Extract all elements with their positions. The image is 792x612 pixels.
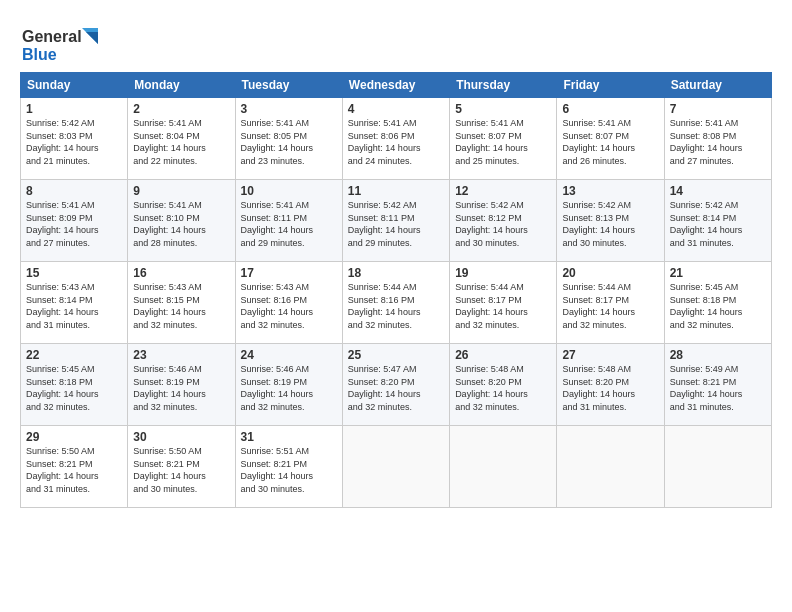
day-info: Sunrise: 5:41 AM Sunset: 8:07 PM Dayligh… xyxy=(562,117,658,167)
day-number: 12 xyxy=(455,184,551,198)
calendar-cell: 13Sunrise: 5:42 AM Sunset: 8:13 PM Dayli… xyxy=(557,180,664,262)
day-number: 4 xyxy=(348,102,444,116)
day-number: 31 xyxy=(241,430,337,444)
calendar-cell: 29Sunrise: 5:50 AM Sunset: 8:21 PM Dayli… xyxy=(21,426,128,508)
day-info: Sunrise: 5:45 AM Sunset: 8:18 PM Dayligh… xyxy=(670,281,766,331)
day-info: Sunrise: 5:42 AM Sunset: 8:03 PM Dayligh… xyxy=(26,117,122,167)
day-number: 17 xyxy=(241,266,337,280)
day-number: 5 xyxy=(455,102,551,116)
day-number: 2 xyxy=(133,102,229,116)
calendar-week-1: 1Sunrise: 5:42 AM Sunset: 8:03 PM Daylig… xyxy=(21,98,772,180)
day-number: 15 xyxy=(26,266,122,280)
page: General Blue SundayMondayTuesdayWednesda… xyxy=(0,0,792,518)
weekday-header-friday: Friday xyxy=(557,73,664,98)
day-info: Sunrise: 5:41 AM Sunset: 8:11 PM Dayligh… xyxy=(241,199,337,249)
day-info: Sunrise: 5:43 AM Sunset: 8:14 PM Dayligh… xyxy=(26,281,122,331)
weekday-header-saturday: Saturday xyxy=(664,73,771,98)
calendar-table: SundayMondayTuesdayWednesdayThursdayFrid… xyxy=(20,72,772,508)
calendar-cell: 23Sunrise: 5:46 AM Sunset: 8:19 PM Dayli… xyxy=(128,344,235,426)
day-number: 10 xyxy=(241,184,337,198)
calendar-week-5: 29Sunrise: 5:50 AM Sunset: 8:21 PM Dayli… xyxy=(21,426,772,508)
calendar-cell: 21Sunrise: 5:45 AM Sunset: 8:18 PM Dayli… xyxy=(664,262,771,344)
day-number: 27 xyxy=(562,348,658,362)
day-number: 30 xyxy=(133,430,229,444)
day-info: Sunrise: 5:46 AM Sunset: 8:19 PM Dayligh… xyxy=(241,363,337,413)
calendar-cell: 31Sunrise: 5:51 AM Sunset: 8:21 PM Dayli… xyxy=(235,426,342,508)
day-info: Sunrise: 5:41 AM Sunset: 8:06 PM Dayligh… xyxy=(348,117,444,167)
calendar-cell: 11Sunrise: 5:42 AM Sunset: 8:11 PM Dayli… xyxy=(342,180,449,262)
calendar-cell: 2Sunrise: 5:41 AM Sunset: 8:04 PM Daylig… xyxy=(128,98,235,180)
weekday-header-thursday: Thursday xyxy=(450,73,557,98)
day-number: 11 xyxy=(348,184,444,198)
day-info: Sunrise: 5:42 AM Sunset: 8:13 PM Dayligh… xyxy=(562,199,658,249)
day-info: Sunrise: 5:41 AM Sunset: 8:09 PM Dayligh… xyxy=(26,199,122,249)
calendar-cell: 20Sunrise: 5:44 AM Sunset: 8:17 PM Dayli… xyxy=(557,262,664,344)
calendar-cell: 19Sunrise: 5:44 AM Sunset: 8:17 PM Dayli… xyxy=(450,262,557,344)
calendar-cell: 17Sunrise: 5:43 AM Sunset: 8:16 PM Dayli… xyxy=(235,262,342,344)
day-info: Sunrise: 5:42 AM Sunset: 8:11 PM Dayligh… xyxy=(348,199,444,249)
calendar-cell: 6Sunrise: 5:41 AM Sunset: 8:07 PM Daylig… xyxy=(557,98,664,180)
header: General Blue xyxy=(20,18,772,66)
day-info: Sunrise: 5:51 AM Sunset: 8:21 PM Dayligh… xyxy=(241,445,337,495)
day-info: Sunrise: 5:41 AM Sunset: 8:10 PM Dayligh… xyxy=(133,199,229,249)
calendar-cell: 4Sunrise: 5:41 AM Sunset: 8:06 PM Daylig… xyxy=(342,98,449,180)
calendar-cell: 26Sunrise: 5:48 AM Sunset: 8:20 PM Dayli… xyxy=(450,344,557,426)
calendar-cell: 16Sunrise: 5:43 AM Sunset: 8:15 PM Dayli… xyxy=(128,262,235,344)
day-number: 26 xyxy=(455,348,551,362)
calendar-cell: 8Sunrise: 5:41 AM Sunset: 8:09 PM Daylig… xyxy=(21,180,128,262)
calendar-cell xyxy=(342,426,449,508)
calendar-cell: 28Sunrise: 5:49 AM Sunset: 8:21 PM Dayli… xyxy=(664,344,771,426)
day-info: Sunrise: 5:48 AM Sunset: 8:20 PM Dayligh… xyxy=(455,363,551,413)
day-number: 18 xyxy=(348,266,444,280)
day-number: 7 xyxy=(670,102,766,116)
calendar-cell xyxy=(664,426,771,508)
day-number: 22 xyxy=(26,348,122,362)
day-number: 13 xyxy=(562,184,658,198)
calendar-cell: 9Sunrise: 5:41 AM Sunset: 8:10 PM Daylig… xyxy=(128,180,235,262)
day-info: Sunrise: 5:44 AM Sunset: 8:16 PM Dayligh… xyxy=(348,281,444,331)
day-number: 24 xyxy=(241,348,337,362)
day-number: 9 xyxy=(133,184,229,198)
logo-svg: General Blue xyxy=(20,22,110,66)
day-number: 25 xyxy=(348,348,444,362)
day-info: Sunrise: 5:41 AM Sunset: 8:05 PM Dayligh… xyxy=(241,117,337,167)
calendar-cell: 25Sunrise: 5:47 AM Sunset: 8:20 PM Dayli… xyxy=(342,344,449,426)
svg-marker-3 xyxy=(86,32,98,44)
calendar-week-4: 22Sunrise: 5:45 AM Sunset: 8:18 PM Dayli… xyxy=(21,344,772,426)
day-info: Sunrise: 5:41 AM Sunset: 8:07 PM Dayligh… xyxy=(455,117,551,167)
calendar-body: 1Sunrise: 5:42 AM Sunset: 8:03 PM Daylig… xyxy=(21,98,772,508)
day-info: Sunrise: 5:43 AM Sunset: 8:15 PM Dayligh… xyxy=(133,281,229,331)
day-info: Sunrise: 5:44 AM Sunset: 8:17 PM Dayligh… xyxy=(455,281,551,331)
calendar-cell: 10Sunrise: 5:41 AM Sunset: 8:11 PM Dayli… xyxy=(235,180,342,262)
day-number: 16 xyxy=(133,266,229,280)
day-info: Sunrise: 5:42 AM Sunset: 8:14 PM Dayligh… xyxy=(670,199,766,249)
day-number: 23 xyxy=(133,348,229,362)
day-number: 21 xyxy=(670,266,766,280)
day-info: Sunrise: 5:45 AM Sunset: 8:18 PM Dayligh… xyxy=(26,363,122,413)
day-number: 1 xyxy=(26,102,122,116)
calendar-week-2: 8Sunrise: 5:41 AM Sunset: 8:09 PM Daylig… xyxy=(21,180,772,262)
day-number: 19 xyxy=(455,266,551,280)
day-number: 29 xyxy=(26,430,122,444)
weekday-header-row: SundayMondayTuesdayWednesdayThursdayFrid… xyxy=(21,73,772,98)
day-info: Sunrise: 5:50 AM Sunset: 8:21 PM Dayligh… xyxy=(26,445,122,495)
day-info: Sunrise: 5:41 AM Sunset: 8:08 PM Dayligh… xyxy=(670,117,766,167)
calendar-cell: 5Sunrise: 5:41 AM Sunset: 8:07 PM Daylig… xyxy=(450,98,557,180)
svg-text:Blue: Blue xyxy=(22,46,57,63)
weekday-header-tuesday: Tuesday xyxy=(235,73,342,98)
weekday-header-sunday: Sunday xyxy=(21,73,128,98)
day-info: Sunrise: 5:48 AM Sunset: 8:20 PM Dayligh… xyxy=(562,363,658,413)
calendar-cell xyxy=(450,426,557,508)
day-info: Sunrise: 5:41 AM Sunset: 8:04 PM Dayligh… xyxy=(133,117,229,167)
day-number: 3 xyxy=(241,102,337,116)
calendar-cell: 15Sunrise: 5:43 AM Sunset: 8:14 PM Dayli… xyxy=(21,262,128,344)
calendar-cell: 7Sunrise: 5:41 AM Sunset: 8:08 PM Daylig… xyxy=(664,98,771,180)
calendar-week-3: 15Sunrise: 5:43 AM Sunset: 8:14 PM Dayli… xyxy=(21,262,772,344)
weekday-header-monday: Monday xyxy=(128,73,235,98)
day-info: Sunrise: 5:43 AM Sunset: 8:16 PM Dayligh… xyxy=(241,281,337,331)
weekday-header-wednesday: Wednesday xyxy=(342,73,449,98)
calendar-cell: 30Sunrise: 5:50 AM Sunset: 8:21 PM Dayli… xyxy=(128,426,235,508)
calendar-cell: 18Sunrise: 5:44 AM Sunset: 8:16 PM Dayli… xyxy=(342,262,449,344)
calendar-cell: 12Sunrise: 5:42 AM Sunset: 8:12 PM Dayli… xyxy=(450,180,557,262)
day-number: 14 xyxy=(670,184,766,198)
